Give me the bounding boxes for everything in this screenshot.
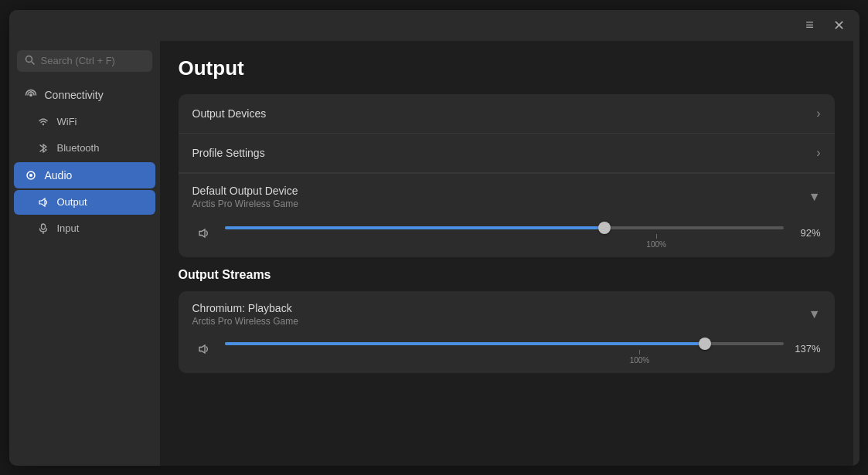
stream-slider-track[interactable]: 100%	[225, 342, 784, 345]
output-devices-chevron: ›	[816, 107, 820, 120]
connectivity-label: Connectivity	[45, 89, 104, 101]
default-volume-icon-btn[interactable]	[192, 222, 216, 245]
speaker-volume-icon	[197, 226, 211, 240]
default-slider-thumb[interactable]	[598, 222, 611, 234]
menu-button[interactable]: ≡	[799, 15, 821, 36]
svg-point-5	[29, 174, 32, 177]
default-volume-pct: 92%	[793, 227, 821, 239]
menu-icon: ≡	[805, 17, 814, 33]
default-device-header: Default Output Device Arctis Pro Wireles…	[192, 185, 821, 209]
top-settings-card: Output Devices › Profile Settings › Defa…	[179, 94, 835, 257]
svg-point-2	[29, 93, 32, 97]
default-device-title: Default Output Device	[192, 185, 298, 197]
search-icon	[25, 55, 35, 67]
page-title: Output	[179, 56, 835, 80]
stream-volume-row: 100% 137%	[179, 330, 835, 373]
sidebar-item-wifi[interactable]: WiFi	[14, 110, 155, 134]
svg-point-0	[26, 56, 32, 62]
default-device-info: Default Output Device Arctis Pro Wireles…	[192, 185, 298, 209]
stream-card: Chromium: Playback Arctis Pro Wireless G…	[179, 291, 835, 373]
default-device-dropdown-icon[interactable]: ▼	[808, 190, 821, 204]
stream-speaker-icon	[197, 342, 211, 356]
app-window: ≡ ✕	[9, 10, 859, 466]
microphone-icon	[37, 222, 49, 235]
search-input[interactable]	[41, 55, 145, 66]
stream-volume-slider[interactable]: 100%	[225, 342, 784, 356]
sidebar-item-output[interactable]: Output	[14, 190, 155, 215]
stream-slider-marker: 100%	[630, 350, 650, 365]
stream-header: Chromium: Playback Arctis Pro Wireless G…	[179, 291, 835, 330]
profile-settings-row[interactable]: Profile Settings ›	[179, 134, 835, 173]
stream-slider-thumb[interactable]	[699, 338, 711, 350]
stream-device-name: Arctis Pro Wireless Game	[192, 316, 298, 327]
search-box[interactable]	[17, 50, 152, 72]
default-device-name: Arctis Pro Wireless Game	[192, 198, 298, 209]
input-label: Input	[57, 222, 80, 234]
bluetooth-label: Bluetooth	[57, 142, 100, 154]
stream-title: Chromium: Playback	[192, 302, 298, 314]
stream-dropdown-icon[interactable]: ▼	[808, 307, 821, 321]
output-devices-row[interactable]: Output Devices ›	[179, 94, 835, 134]
stream-slider-fill	[225, 342, 706, 345]
bluetooth-icon	[37, 142, 49, 154]
close-icon: ✕	[833, 17, 845, 34]
audio-label: Audio	[45, 169, 73, 182]
output-devices-label: Output Devices	[192, 107, 267, 120]
sidebar-item-input[interactable]: Input	[14, 216, 155, 241]
output-label: Output	[57, 196, 87, 208]
sidebar: Connectivity WiFi	[9, 41, 160, 466]
stream-volume-icon-btn[interactable]	[192, 338, 216, 361]
default-slider-track[interactable]: 100%	[225, 226, 784, 229]
default-volume-slider[interactable]: 100%	[225, 226, 784, 240]
default-volume-row: 100% 92%	[179, 214, 835, 257]
stream-marker-line	[639, 350, 640, 355]
stream-marker-text: 100%	[630, 356, 650, 365]
default-output-section: Default Output Device Arctis Pro Wireles…	[179, 174, 835, 214]
default-slider-marker: 100%	[646, 234, 666, 249]
default-marker-line	[656, 234, 657, 239]
stream-volume-pct: 137%	[793, 343, 821, 355]
svg-line-1	[32, 62, 34, 64]
audio-icon	[25, 169, 37, 182]
svg-rect-6	[41, 224, 45, 229]
scrollbar-track[interactable]	[853, 41, 859, 466]
sidebar-item-audio[interactable]: Audio	[14, 162, 155, 188]
close-button[interactable]: ✕	[829, 15, 850, 36]
default-slider-fill	[225, 226, 605, 229]
content-area[interactable]: Output Output Devices › Profile Settings…	[160, 41, 853, 466]
default-marker-text: 100%	[646, 240, 666, 249]
profile-settings-chevron: ›	[816, 146, 820, 160]
speaker-icon	[37, 196, 49, 209]
wifi-label: WiFi	[57, 116, 77, 127]
sidebar-item-connectivity[interactable]: Connectivity	[14, 82, 155, 108]
main-content: Connectivity WiFi	[9, 41, 859, 466]
svg-point-3	[42, 123, 43, 124]
titlebar: ≡ ✕	[9, 10, 859, 41]
profile-settings-label: Profile Settings	[192, 147, 265, 159]
wifi-icon	[37, 116, 49, 128]
sidebar-item-bluetooth[interactable]: Bluetooth	[14, 136, 155, 161]
stream-info: Chromium: Playback Arctis Pro Wireless G…	[192, 302, 298, 327]
connectivity-icon	[25, 89, 37, 101]
output-streams-title: Output Streams	[179, 268, 835, 282]
